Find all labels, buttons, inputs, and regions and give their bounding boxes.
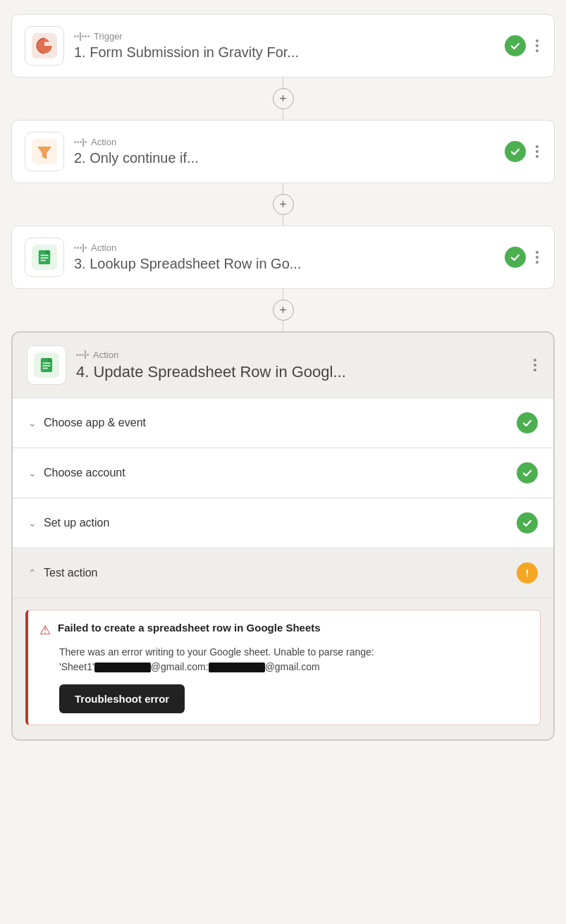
- step-card-1[interactable]: Trigger 1. Form Submission in Gravity Fo…: [11, 14, 555, 78]
- section-choose-app-label: Choose app & event: [44, 417, 146, 429]
- svg-point-13: [527, 575, 528, 577]
- step1-status: [505, 35, 541, 56]
- step1-type-label: Trigger: [94, 31, 123, 42]
- section-choose-app[interactable]: ⌄ Choose app & event: [13, 398, 553, 448]
- step-type-dots: [74, 32, 90, 41]
- error-at-gmail2: @gmail.com: [265, 661, 320, 672]
- error-redacted-2: [209, 663, 265, 672]
- connector-line-1: [283, 78, 283, 88]
- active-step-type-label: Action: [93, 350, 118, 360]
- connector-line-2: [283, 183, 283, 194]
- step3-type-label: Action: [91, 242, 116, 253]
- svg-rect-5: [41, 254, 49, 256]
- step2-title: 2. Only continue if...: [74, 150, 495, 166]
- error-at-gmail: @gmail.com:: [151, 661, 209, 672]
- chevron-choose-app-icon: ⌄: [28, 417, 37, 429]
- troubleshoot-error-button[interactable]: Troubleshoot error: [59, 684, 185, 713]
- step-type-row-1: Trigger: [74, 31, 495, 42]
- connector-line-3b: [283, 321, 283, 331]
- connector-2: +: [273, 183, 294, 226]
- step-icon-1: [25, 26, 64, 66]
- error-body-text: There was an error writing to your Googl…: [59, 646, 374, 658]
- step2-check-icon: [505, 141, 526, 162]
- step-card-2[interactable]: Action 2. Only continue if...: [11, 120, 555, 183]
- connector-line-3: [283, 289, 283, 300]
- step-content-3: Action 3. Lookup Spreadsheet Row in Go..…: [74, 242, 495, 272]
- chevron-choose-account-icon: ⌄: [28, 467, 37, 479]
- step3-title: 3. Lookup Spreadsheet Row in Go...: [74, 256, 495, 272]
- active-step-header[interactable]: Action 4. Update Spreadsheet Row in Goog…: [13, 333, 553, 398]
- svg-rect-12: [43, 368, 48, 369]
- error-triangle-icon: ⚠: [39, 622, 51, 638]
- section-choose-app-left: ⌄ Choose app & event: [28, 417, 146, 429]
- error-header: ⚠ Failed to create a spreadsheet row in …: [39, 622, 529, 638]
- svg-rect-11: [43, 365, 51, 366]
- step1-menu-icon[interactable]: [533, 37, 541, 55]
- connector-line-2b: [283, 215, 283, 226]
- add-step-button-1[interactable]: +: [273, 88, 294, 109]
- connector-1: +: [273, 78, 294, 120]
- active-step-dots: [76, 350, 89, 359]
- workflow-container: Trigger 1. Form Submission in Gravity Fo…: [11, 14, 555, 741]
- section-choose-account-check: [517, 462, 538, 483]
- section-setup-action-check: [517, 512, 538, 534]
- active-step-header-right: [531, 356, 539, 374]
- section-setup-action-left: ⌄ Set up action: [28, 517, 109, 529]
- step-icon-3: [25, 238, 64, 277]
- section-choose-app-check: [517, 412, 538, 433]
- svg-rect-10: [43, 362, 51, 364]
- svg-rect-7: [41, 260, 46, 261]
- error-body: There was an error writing to your Googl…: [39, 645, 529, 674]
- step3-check-icon: [505, 247, 526, 268]
- active-step-container: Action 4. Update Spreadsheet Row in Goog…: [11, 331, 555, 741]
- step2-menu-icon[interactable]: [533, 142, 541, 161]
- step2-status: [505, 141, 541, 162]
- step-icon-2: [25, 132, 64, 171]
- section-test-action-label: Test action: [44, 567, 97, 579]
- step3-status: [505, 247, 541, 268]
- add-step-button-3[interactable]: +: [273, 300, 294, 321]
- step-type-dots-3: [74, 244, 87, 252]
- step-card-3[interactable]: Action 3. Lookup Spreadsheet Row in Go..…: [11, 226, 555, 289]
- active-step-title: 4. Update Spreadsheet Row in Googl...: [76, 363, 521, 381]
- section-choose-account-left: ⌄ Choose account: [28, 467, 125, 479]
- error-title: Failed to create a spreadsheet row in Go…: [58, 622, 321, 634]
- error-redacted-1: [94, 663, 151, 672]
- connector-line-1b: [283, 109, 283, 120]
- active-step-icon: [27, 345, 66, 385]
- chevron-setup-action-icon: ⌄: [28, 517, 37, 529]
- active-step-content: Action 4. Update Spreadsheet Row in Goog…: [76, 350, 521, 381]
- section-choose-account-label: Choose account: [44, 467, 125, 479]
- add-step-button-2[interactable]: +: [273, 194, 294, 215]
- error-range-label: 'Sheet1' @gmail.com: @gmail.com: [59, 661, 320, 672]
- section-test-action-left: ⌃ Test action: [28, 567, 97, 579]
- error-box-wrapper: ⚠ Failed to create a spreadsheet row in …: [13, 598, 553, 739]
- step-type-row-2: Action: [74, 137, 495, 147]
- connector-3: +: [273, 289, 294, 331]
- step-type-row-3: Action: [74, 242, 495, 253]
- section-test-action-warning: [517, 562, 538, 584]
- section-setup-action-label: Set up action: [44, 517, 109, 529]
- step3-menu-icon[interactable]: [533, 248, 541, 266]
- step-content-2: Action 2. Only continue if...: [74, 137, 495, 166]
- step2-type-label: Action: [91, 137, 116, 147]
- active-step-type-row: Action: [76, 350, 521, 360]
- step1-title: 1. Form Submission in Gravity For...: [74, 44, 495, 61]
- step1-check-icon: [505, 35, 526, 56]
- section-test-action[interactable]: ⌃ Test action: [13, 548, 553, 598]
- error-box: ⚠ Failed to create a spreadsheet row in …: [25, 610, 541, 725]
- chevron-test-action-icon: ⌃: [28, 567, 37, 579]
- svg-rect-6: [41, 257, 49, 259]
- section-setup-action[interactable]: ⌄ Set up action: [13, 498, 553, 548]
- step-type-dots-2: [74, 138, 87, 147]
- active-step-menu-icon[interactable]: [531, 356, 539, 374]
- section-choose-account[interactable]: ⌄ Choose account: [13, 448, 553, 498]
- step-content-1: Trigger 1. Form Submission in Gravity Fo…: [74, 31, 495, 61]
